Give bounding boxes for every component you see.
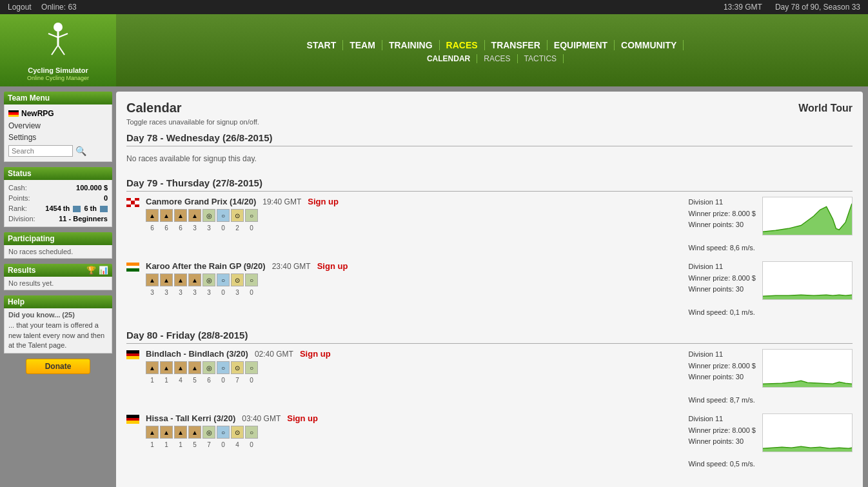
participating-section: Participating No races scheduled. (4, 232, 112, 259)
sidebar-menu: Overview Settings 🔍 (8, 120, 108, 159)
race-icon-0: ▲ (146, 209, 159, 222)
nav-community[interactable]: COMMUNITY (615, 40, 684, 50)
svg-rect-17 (126, 350, 139, 353)
race-chart-bindlach (762, 349, 853, 388)
race-icon-k1: ▲ (160, 273, 173, 286)
svg-rect-22 (126, 415, 139, 418)
team-menu-title: Team Menu (4, 92, 112, 104)
topbar: Logout Online: 63 13:39 GMT Day 78 of 90… (0, 0, 868, 14)
race-info-bindlach: Bindlach - Bindlach (3/20) 02:40 GMT Sig… (146, 349, 682, 384)
race-chart-hissa (762, 413, 853, 452)
race-icon-nums-bindlach: 1 1 4 5 6 0 7 0 (146, 377, 682, 384)
race-icon-5: ○ (217, 209, 230, 222)
subnav-tactics[interactable]: TACTICS (518, 54, 564, 63)
team-name-row: NewRPG (8, 107, 108, 120)
day-header-79: Day 79 - Thursday (27/8-2015) (126, 177, 853, 192)
race-icon-k2: ▲ (174, 273, 187, 286)
points-label: Points: (8, 194, 30, 202)
nav-start[interactable]: START (301, 40, 344, 50)
search-row: 🔍 (8, 143, 108, 159)
nav-team[interactable]: TEAM (343, 40, 382, 50)
race-name-canmore: Canmore Grand Prix (14/20) (146, 197, 256, 206)
nav-equipment[interactable]: EQUIPMENT (547, 40, 615, 50)
race-icon-3: ▲ (188, 209, 201, 222)
signup-hissa[interactable]: Sign up (287, 413, 318, 423)
race-icons-bindlach: ▲ ▲ ▲ ▲ ◎ ○ ⊙ ○ (146, 361, 682, 374)
nav-training[interactable]: TRAINING (382, 40, 440, 50)
race-name-bindlach: Bindlach - Bindlach (3/20) (146, 349, 248, 359)
main-nav: START TEAM TRAINING RACES TRANSFER EQUIP… (116, 14, 868, 86)
day-header-78: Day 78 - Wednesday (26/8-2015) (126, 132, 853, 146)
status-section: Status Cash: 100.000 $ Points: 0 Rank: 1… (4, 167, 112, 227)
race-icon-k7: ○ (245, 273, 258, 286)
svg-rect-19 (126, 356, 139, 359)
settings-link[interactable]: Settings (8, 132, 108, 143)
race-time-bindlach: 02:40 GMT (255, 350, 293, 359)
race-flag-canmore (126, 198, 139, 207)
search-input[interactable] (8, 145, 73, 157)
race-icon-k4: ◎ (202, 273, 215, 286)
race-flag-bindlach (126, 350, 139, 359)
race-chart-canmore (762, 197, 853, 235)
race-icon-b6: ⊙ (231, 361, 244, 374)
svg-line-3 (58, 34, 68, 37)
world-tour-label: World Tour (798, 103, 853, 114)
race-icon-b7: ○ (245, 361, 258, 374)
signup-karoo[interactable]: Sign up (317, 261, 348, 271)
trophy-icon: 🏆 (86, 266, 96, 275)
race-icon-b4: ◎ (202, 361, 215, 374)
signup-bindlach[interactable]: Sign up (300, 349, 331, 359)
logout-link[interactable]: Logout (8, 3, 32, 12)
svg-rect-14 (126, 268, 139, 272)
participating-title: Participating (4, 232, 112, 245)
race-icon-2: ▲ (174, 209, 187, 222)
rank-label: Rank: (8, 204, 27, 212)
overview-link[interactable]: Overview (8, 120, 108, 132)
svg-rect-15 (763, 262, 852, 299)
race-icon-k3: ▲ (188, 273, 201, 286)
results-section: Results 🏆 📊 No results yet. (4, 264, 112, 290)
nav-races[interactable]: RACES (440, 40, 485, 50)
division-value: 11 - Beginners (59, 215, 108, 223)
help-title: Help (4, 295, 112, 308)
cash-value: 100.000 $ (76, 184, 108, 192)
page-title: Calendar (126, 101, 182, 115)
race-bindlach: Bindlach - Bindlach (3/20) 02:40 GMT Sig… (126, 349, 853, 406)
points-value: 0 (104, 194, 108, 202)
race-details-hissa: Division 11 Winner prize: 8.000 $ Winner… (688, 413, 756, 470)
day-section-78: Day 78 - Wednesday (26/8-2015) No races … (126, 132, 853, 166)
participating-body: No races scheduled. (4, 245, 112, 259)
race-icon-b0: ▲ (146, 361, 159, 374)
race-details-bindlach: Division 11 Winner prize: 8.000 $ Winner… (688, 349, 756, 406)
donate-button[interactable]: Donate (26, 359, 90, 374)
race-info-karoo: Karoo After the Rain GP (9/20) 23:40 GMT… (146, 261, 682, 296)
signup-canmore[interactable]: Sign up (308, 197, 339, 206)
race-icon-1: ▲ (160, 209, 173, 222)
server-time: 13:39 GMT (724, 3, 762, 12)
race-karoo: Karoo After the Rain GP (9/20) 23:40 GMT… (126, 261, 853, 318)
search-icon[interactable]: 🔍 (75, 146, 86, 156)
race-time-hissa: 03:40 GMT (242, 414, 281, 423)
race-name-karoo: Karoo After the Rain GP (9/20) (146, 261, 266, 271)
race-icons-karoo: ▲ ▲ ▲ ▲ ◎ ○ ⊙ ○ (146, 273, 682, 286)
rank-value: 1454 th 6 th (45, 204, 108, 212)
race-details-karoo: Division 11 Winner prize: 8.000 $ Winner… (688, 261, 756, 318)
team-name: NewRPG (21, 109, 54, 118)
division-label: Division: (8, 215, 35, 223)
day-section-80: Day 80 - Friday (28/8-2015) Bindlach - B… (126, 330, 853, 470)
race-icon-6: ⊙ (231, 209, 244, 222)
race-icon-b1: ▲ (160, 361, 173, 374)
race-icon-h1: ▲ (160, 426, 173, 439)
help-body: Did you know... (25) ... that your team … (4, 308, 112, 353)
svg-line-4 (52, 45, 58, 55)
subnav-calendar[interactable]: CALENDAR (420, 54, 477, 63)
subnav-races[interactable]: RACES (477, 54, 517, 63)
race-icon-h4: ◎ (202, 426, 215, 439)
race-time-canmore: 19:40 GMT (262, 197, 301, 206)
race-icon-h7: ○ (245, 426, 258, 439)
svg-rect-18 (126, 353, 139, 356)
team-menu-section: Team Menu NewRPG Overview Settings 🔍 (4, 92, 112, 162)
site-logo: Cycling Simulator Online Cycling Manager (26, 19, 90, 81)
nav-transfer[interactable]: TRANSFER (485, 40, 547, 50)
race-icon-b5: ○ (217, 361, 230, 374)
